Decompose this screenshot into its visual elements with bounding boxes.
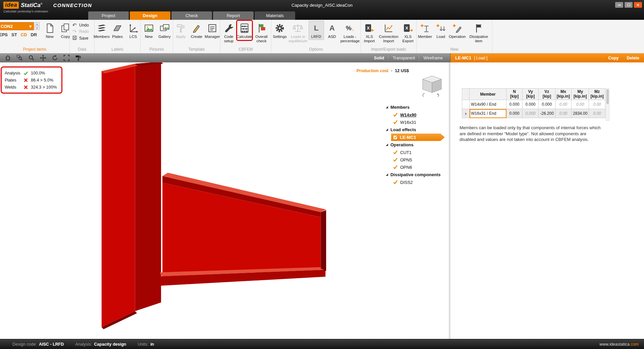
analysis-summary-highlight: Analysis 100.0% Plates 86.4 > 5.0% Welds… xyxy=(1,66,62,94)
ribbon-group-label: Import/Export loads xyxy=(362,47,416,53)
create-template-button[interactable]: Create xyxy=(189,21,204,40)
3d-viewport[interactable]: Analysis 100.0% Plates 86.4 > 5.0% Welds… xyxy=(0,62,450,339)
member-header: Member xyxy=(470,89,506,100)
mode-cd[interactable]: CD xyxy=(21,32,27,37)
new-picture-button[interactable]: New xyxy=(141,21,157,40)
production-cost: Production cost - 12 US$ xyxy=(357,68,409,73)
copy-load-button[interactable]: Copy xyxy=(608,56,619,60)
panel-subtitle: [ Load ] xyxy=(474,56,487,60)
tree-item-w16x31[interactable]: W16x31 xyxy=(386,118,449,126)
spinner-up-icon[interactable]: ▴ xyxy=(35,22,40,26)
ribbon-group-label: CBFEM xyxy=(221,47,270,53)
xls-import-button[interactable]: X XLS Import xyxy=(362,21,377,44)
template-manager-button[interactable]: Manager xyxy=(205,21,220,40)
tab-materials[interactable]: Materials xyxy=(255,11,295,20)
new-load-button[interactable]: Load xyxy=(433,21,448,40)
tab-project[interactable]: Project xyxy=(88,11,129,20)
lcs-labels-button[interactable]: LCS xyxy=(125,21,141,40)
new-operation-button[interactable]: Operation xyxy=(449,21,466,40)
ribbon-group-template: Apply Create Manager Template xyxy=(173,20,220,53)
add-load-icon xyxy=(435,22,446,34)
members-labels-button[interactable]: Members xyxy=(94,21,109,40)
redo-button[interactable]: ↷ Redo xyxy=(72,29,92,34)
mode-st[interactable]: ST xyxy=(11,32,17,37)
undo-icon: ↶ xyxy=(72,22,77,28)
new-project-item-button[interactable]: New xyxy=(42,21,57,40)
scrollbar-thumb[interactable] xyxy=(606,89,609,104)
pan-icon[interactable] xyxy=(39,54,47,61)
apply-template-button[interactable]: Apply xyxy=(173,21,189,40)
maximize-icon xyxy=(627,4,630,6)
ribbon-group-labels: Members Plates LCS Labels xyxy=(95,20,141,53)
tree-item-opn6[interactable]: OPN6 xyxy=(386,163,449,171)
maximize-button[interactable] xyxy=(625,2,633,8)
tree-group-operations[interactable]: Operations xyxy=(386,141,449,149)
checked-checkbox-icon[interactable] xyxy=(393,135,397,140)
calculate-button[interactable]: Calculate xyxy=(237,21,252,40)
check-row-analysis: Analysis 100.0% xyxy=(5,69,57,77)
display-mode-solid[interactable]: Solid xyxy=(370,56,388,60)
orange-check-icon xyxy=(393,120,398,124)
app-name: CONNECTION xyxy=(53,2,92,8)
display-mode-wireframe[interactable]: Wireframe xyxy=(419,56,447,60)
table-row[interactable]: W14x90 / End 0.000 0.000 0.000 0.00 0.00… xyxy=(462,100,605,109)
connection-import-button[interactable]: Connection Import xyxy=(377,21,400,44)
tree-item-cut1[interactable]: CUT1 xyxy=(386,149,449,156)
delete-load-button[interactable]: Delete xyxy=(627,56,639,60)
minimize-button[interactable] xyxy=(615,2,623,8)
loads-percentage-button[interactable]: %↓ Loads - percentage xyxy=(340,21,360,44)
project-item-value: CON2 xyxy=(1,24,13,29)
units-value: in xyxy=(150,342,154,347)
registered-mark: ® xyxy=(41,2,43,5)
lrfd-toggle-button[interactable]: L LRFD xyxy=(309,21,324,40)
tree-group-members[interactable]: Members xyxy=(386,103,449,111)
website-link[interactable]: www.ideastatica.com xyxy=(599,342,639,347)
zoom-window-icon[interactable] xyxy=(15,54,24,61)
window-title: Capacity design_AISC.ideaCon xyxy=(291,3,353,8)
tree-group-dissipative-components[interactable]: Dissipative components xyxy=(386,171,449,179)
tree-item-opn5[interactable]: OPN5 xyxy=(386,156,449,163)
spinner-down-icon[interactable]: ▾ xyxy=(35,26,40,30)
table-scrollbar[interactable] xyxy=(606,88,609,121)
loads-in-equilibrium-button[interactable]: Loads in equilibrium xyxy=(288,21,308,44)
new-member-button[interactable]: Member xyxy=(417,21,433,40)
tree-item-w14x90[interactable]: W14x90 xyxy=(386,111,449,118)
tab-check[interactable]: Check xyxy=(171,11,212,20)
clip-plane-icon[interactable] xyxy=(74,54,83,61)
picture-gallery-button[interactable]: Gallery xyxy=(157,21,172,40)
tab-design[interactable]: Design xyxy=(130,11,170,20)
mode-dr[interactable]: DR xyxy=(31,32,37,37)
settings-button[interactable]: Settings xyxy=(272,21,287,40)
project-item-select[interactable]: CON2 ▾ xyxy=(0,22,34,30)
model-tree: Members W14x90 W16x31 Load effects LE-MC… xyxy=(386,103,449,186)
units-label: Units: xyxy=(138,342,148,347)
window-controls: × xyxy=(615,2,642,8)
orange-check-icon xyxy=(393,180,398,185)
plates-labels-button[interactable]: Plates xyxy=(110,21,125,40)
undo-button[interactable]: ↶ Undo xyxy=(72,22,92,28)
view-cube[interactable] xyxy=(415,72,447,98)
gear-icon xyxy=(274,22,285,34)
display-mode-transparent[interactable]: Transparent xyxy=(388,56,419,60)
rotate-view-icon[interactable] xyxy=(50,54,59,61)
close-button[interactable]: × xyxy=(634,2,642,8)
mode-eps[interactable]: EPS xyxy=(0,32,8,37)
home-icon[interactable] xyxy=(3,54,12,61)
table-row-selected[interactable]: › W16x31 / End 0.000 0.000 -26.200 0.00 … xyxy=(462,109,605,118)
tree-item-le-mc1-selected[interactable]: LE-MC1 xyxy=(391,134,445,141)
tree-group-load-effects[interactable]: Load effects xyxy=(386,126,449,134)
code-setup-button[interactable]: Code setup xyxy=(221,21,236,44)
save-button[interactable]: Save xyxy=(72,35,92,41)
plate-icon xyxy=(112,22,123,34)
new-dissipative-item-button[interactable]: Dissipative item xyxy=(466,21,491,44)
ribbon-group-label: Labels xyxy=(95,47,140,53)
viewport-toolbar: Solid Transparent Wireframe xyxy=(0,53,450,62)
analysis-label: Analysis: xyxy=(75,342,92,347)
zoom-icon[interactable] xyxy=(27,54,36,61)
tree-item-diss2[interactable]: DISS2 xyxy=(386,179,449,186)
asd-toggle-button[interactable]: A ASD xyxy=(324,21,340,40)
fit-view-icon[interactable] xyxy=(62,54,71,61)
overall-check-button[interactable]: Overall check xyxy=(253,21,270,44)
xls-export-button[interactable]: X XLS Export xyxy=(400,21,416,44)
tab-report[interactable]: Report xyxy=(213,11,254,20)
